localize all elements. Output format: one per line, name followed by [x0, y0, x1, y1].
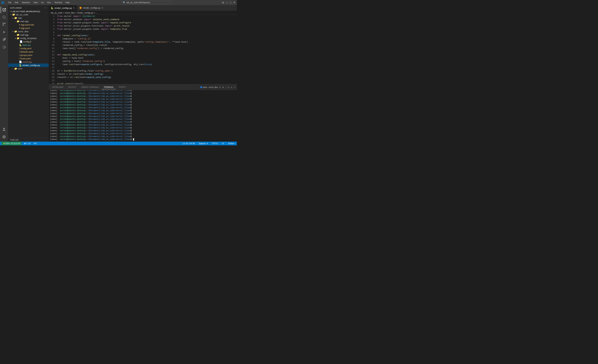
breadcrumb-file[interactable]: render_configs.py: [77, 12, 93, 14]
menu-edit[interactable]: Edit: [13, 1, 20, 4]
nornir-files-folder-icon: 📁: [14, 30, 17, 33]
config-j2-file[interactable]: 📄 config.j2: [8, 40, 49, 43]
terminal-line: (venv) suresh@ubuntu-desktop:~/Documents…: [50, 115, 235, 118]
workspace-root[interactable]: ▾ LAB AS CODE (WORKSPACE): [8, 10, 49, 13]
language-status[interactable]: Python: [227, 142, 235, 145]
breadcrumb-root[interactable]: lab_as_code: [51, 12, 62, 14]
remote-explorer-icon[interactable]: [1, 44, 8, 50]
line-number: 15: [50, 60, 54, 63]
menu-bar: File Edit Selection View Go Run Terminal…: [7, 1, 71, 4]
breadcrumb-nornir[interactable]: nornir_files: [65, 12, 75, 14]
terminal-new-button[interactable]: +: [225, 86, 226, 88]
menu-file[interactable]: File: [7, 1, 13, 4]
active-tab[interactable]: 🐍 render_configs.py ✕: [49, 5, 77, 11]
eol-label: LF: [222, 142, 224, 145]
bgp-yaml-bak-file[interactable]: ≡ bgp.yaml.bak: [8, 23, 49, 26]
breadcrumb-sep1: >: [63, 12, 64, 14]
config-yaml-icon: !: [19, 47, 20, 50]
groups-yaml-file[interactable]: ! groups.yaml: [8, 53, 49, 57]
menu-view[interactable]: View: [32, 1, 39, 4]
terminal-kill-button[interactable]: 🗑: [222, 86, 224, 88]
active-tab-close[interactable]: ✕: [73, 7, 75, 9]
terminal-body[interactable]: ^^^^ END napalm_send_config ^^^^^^^^^^^^…: [49, 90, 237, 142]
code-editor-inner: 123456789101112131415161718192021222324 …: [49, 15, 237, 84]
groups-yaml-icon: !: [19, 54, 20, 57]
run-debug-icon[interactable]: [1, 29, 8, 35]
basic-py-label: basic.py: [23, 44, 31, 46]
terminal-split-button[interactable]: ⊟: [228, 86, 229, 88]
title-search-text: lab_as_code (Workspace): [126, 1, 150, 4]
render-configs-py-file[interactable]: 🐍 render_configs.py: [8, 64, 49, 67]
problems-tab[interactable]: PROBLEMS: [50, 85, 66, 89]
menu-run[interactable]: Run: [46, 1, 52, 4]
spaces-status[interactable]: Spaces: 4: [198, 142, 209, 145]
config-yaml-file[interactable]: ! config.yaml: [8, 47, 49, 50]
hosts-yaml-icon: !: [19, 57, 20, 60]
code-editor[interactable]: 123456789101112131415161718192021222324 …: [49, 15, 237, 84]
line-number: 19: [50, 73, 54, 76]
output-tab[interactable]: OUTPUT: [66, 85, 78, 89]
timeline-header[interactable]: › TIMELINE: [8, 138, 49, 142]
inactive-tab-label: render_configs.py: [83, 7, 100, 9]
terminal-controls: 🔵 bash - nornir_files ⚠ 🗑 + ⊟ ▲ ✕: [200, 86, 235, 88]
main-layout: EXPLORER ··· ▾ LAB AS CODE (WORKSPACE) ▾…: [0, 5, 237, 142]
terminal-close-button[interactable]: ✕: [234, 86, 235, 88]
bgp-yaml-label: bgp.yaml: [21, 27, 30, 29]
close-button[interactable]: ✕: [233, 1, 235, 4]
error-count: 0: [25, 142, 27, 145]
menu-go[interactable]: Go: [40, 1, 45, 4]
title-search-box[interactable]: 🔍 lab_as_code (Workspace): [121, 1, 172, 4]
errors-status[interactable]: ⊗ 0 ⚠ 0: [23, 142, 31, 145]
svg-point-4: [3, 16, 5, 18]
defaults-yaml-file[interactable]: ! defaults.yaml: [8, 50, 49, 53]
menu-terminal[interactable]: Terminal: [53, 1, 63, 4]
terminal-tab[interactable]: TERMINAL: [102, 85, 116, 89]
search-activity-icon[interactable]: [1, 14, 8, 21]
menu-help[interactable]: Help: [64, 1, 71, 4]
active-tab-label: render_configs.py: [54, 7, 72, 9]
sidebar-more-button[interactable]: ···: [44, 6, 47, 9]
bgp-yaml-file[interactable]: ≡ bgp.yaml: [8, 26, 49, 30]
extensions-icon[interactable]: [1, 36, 8, 43]
nornir-files-folder[interactable]: ▾ 📁 nornir_files: [8, 30, 49, 33]
inactive-tab-close[interactable]: ✕: [101, 7, 104, 9]
account-icon[interactable]: [1, 126, 8, 133]
ssh-status[interactable]: ⚡ SSH: 10.10.0.25: [1, 142, 22, 145]
debug-console-tab[interactable]: DEBUG CONSOLE: [79, 85, 101, 89]
source-control-icon[interactable]: [1, 21, 8, 28]
terminal-maximize-button[interactable]: ▲: [231, 86, 233, 88]
defaults-yaml-icon: !: [19, 50, 20, 53]
config-templates-folder[interactable]: ▾ 📁 config_templates: [8, 37, 49, 40]
nornir-log-file[interactable]: 📄 nornir.log: [8, 60, 49, 64]
line-col-status[interactable]: Ln 19, Col 36: [182, 142, 196, 145]
nornir-clab-bgp-folder[interactable]: › 📁 clab-bgp: [8, 33, 49, 37]
encoding-status[interactable]: UTF-8: [211, 142, 219, 145]
layout-icon[interactable]: ⧉: [222, 1, 224, 4]
line-number: 8: [50, 37, 54, 40]
explorer-icon[interactable]: [1, 6, 8, 13]
breadcrumb-more[interactable]: ...: [96, 12, 98, 14]
inactive-tab[interactable]: 🔶 render_configs.py ✕: [77, 5, 106, 11]
basic-py-file[interactable]: 🐍 basic.py: [8, 43, 49, 47]
sync-count: 0: [35, 142, 37, 145]
lab-as-code-folder[interactable]: ▾ 📁 lab_as_code: [8, 13, 49, 16]
clab-folder[interactable]: ▾ 📁 clab: [8, 16, 49, 20]
code-line: task.run(task=napalm_configure, configur…: [57, 63, 237, 66]
maximize-button[interactable]: □: [229, 1, 232, 4]
hosts-yaml-file[interactable]: ! hosts.yaml: [8, 57, 49, 60]
settings-icon[interactable]: [1, 134, 8, 140]
yaml-icon: ≡: [19, 23, 20, 26]
spaces-label: Spaces: 4: [199, 142, 208, 145]
sidebar: EXPLORER ··· ▾ LAB AS CODE (WORKSPACE) ▾…: [8, 5, 49, 142]
ports-tab[interactable]: PORTS: [116, 85, 128, 89]
venv-folder[interactable]: › 📁 venv: [8, 67, 49, 70]
code-line: from nornir_netmiko import netmiko_send_…: [57, 18, 237, 21]
minimize-button[interactable]: —: [226, 1, 228, 4]
menu-selection[interactable]: Selection: [20, 1, 31, 4]
code-line: [57, 66, 237, 69]
svg-rect-0: [1, 1, 2, 2]
eol-status[interactable]: LF: [221, 142, 225, 145]
clab-bgp-folder[interactable]: › 📁 clab-bgp: [8, 20, 49, 23]
sync-status[interactable]: ⟳ 0: [33, 142, 38, 145]
timeline-label: TIMELINE: [10, 139, 19, 141]
